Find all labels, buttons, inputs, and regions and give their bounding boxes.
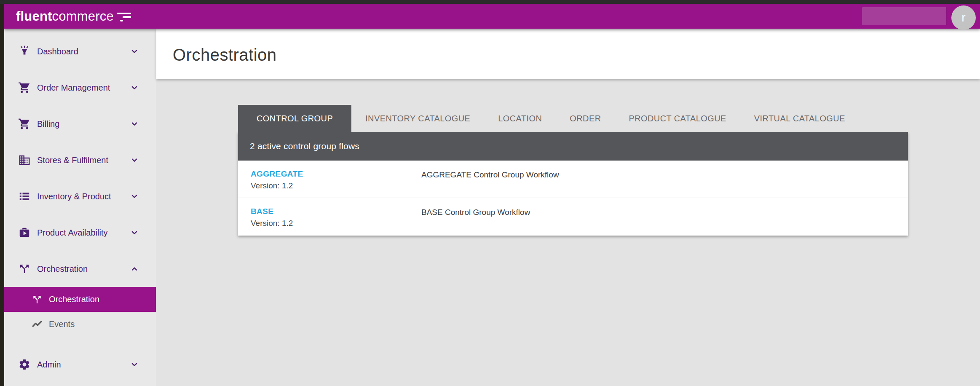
chevron-down-icon: [130, 155, 139, 165]
sidebar-item-label: Billing: [37, 119, 130, 129]
sidebar-item-orchestration[interactable]: Orchestration: [4, 251, 156, 287]
sidebar-item-dashboard[interactable]: Dashboard: [4, 33, 156, 70]
control-group-panel: 2 active control group flows AGGREGATE V…: [238, 132, 908, 236]
tab-order[interactable]: ORDER: [556, 105, 615, 132]
tab-control-group[interactable]: CONTROL GROUP: [238, 105, 351, 132]
sidebar-item-inventory-product[interactable]: Inventory & Product: [4, 178, 156, 214]
desktop-top-edge: [0, 0, 980, 4]
sidebar-item-label: Admin: [37, 360, 130, 370]
chevron-down-icon: [130, 83, 139, 92]
chevron-down-icon: [130, 360, 139, 369]
chevron-down-icon: [130, 47, 139, 56]
top-navbar: fluentcommerce r: [4, 4, 980, 29]
flow-row: AGGREGATE Version: 1.2 AGGREGATE Control…: [238, 161, 908, 198]
sidebar-item-product-availability[interactable]: Product Availability: [4, 214, 156, 251]
brand-mark-icon: [117, 12, 133, 22]
chevron-up-icon: [130, 264, 139, 273]
sidebar-item-label: Inventory & Product: [37, 192, 130, 201]
building-icon: [18, 154, 31, 166]
pulse-icon: [32, 319, 43, 330]
split-arrows-icon: [32, 294, 43, 305]
sidebar-subitem-label: Orchestration: [49, 295, 99, 304]
tab-bar: CONTROL GROUP INVENTORY CATALOGUE LOCATI…: [238, 79, 980, 132]
sidebar-item-label: Product Availability: [37, 228, 130, 238]
shopping-cart-icon: [18, 81, 31, 94]
flow-link-aggregate[interactable]: AGGREGATE: [251, 169, 303, 179]
app-screen: fluentcommerce r Dashboard: [0, 0, 980, 386]
tab-product-catalogue[interactable]: PRODUCT CATALOGUE: [615, 105, 740, 132]
split-arrows-icon: [18, 263, 31, 275]
sidebar-nav: Dashboard Order Management Billing: [4, 29, 156, 386]
chevron-down-icon: [130, 119, 139, 129]
page-title: Orchestration: [173, 43, 277, 64]
brand-text-bold: fluent: [16, 10, 52, 23]
briefcase-play-icon: [18, 226, 31, 239]
page-header: Orchestration: [156, 29, 980, 79]
flow-name: BASE Control Group Workflow: [421, 208, 530, 217]
chevron-down-icon: [130, 192, 139, 201]
list-icon: [18, 190, 31, 203]
fluentcommerce-logo[interactable]: fluentcommerce: [16, 10, 133, 23]
shopping-cart-icon: [18, 118, 31, 130]
gear-icon: [18, 358, 31, 371]
sidebar-item-stores-fulfilment[interactable]: Stores & Fulfilment: [4, 142, 156, 178]
sidebar-item-admin[interactable]: Admin: [4, 346, 156, 383]
tab-inventory-catalogue[interactable]: INVENTORY CATALOGUE: [351, 105, 484, 132]
flow-version: Version: 1.2: [251, 181, 293, 190]
retailer-select[interactable]: [862, 7, 947, 25]
flow-link-base[interactable]: BASE: [251, 207, 273, 216]
sidebar-item-label: Order Management: [37, 83, 130, 93]
content-area: CONTROL GROUP INVENTORY CATALOGUE LOCATI…: [156, 79, 980, 386]
flow-row: BASE Version: 1.2 BASE Control Group Wor…: [238, 198, 908, 236]
flow-name: AGGREGATE Control Group Workflow: [421, 170, 559, 180]
chevron-down-icon: [130, 228, 139, 237]
sidebar-item-label: Stores & Fulfilment: [37, 155, 130, 165]
sidebar-item-label: Orchestration: [37, 264, 130, 274]
sidebar-item-label: Dashboard: [37, 47, 130, 56]
user-avatar[interactable]: r: [951, 5, 976, 30]
main-area: Orchestration CONTROL GROUP INVENTORY CA…: [156, 29, 980, 386]
tab-virtual-catalogue[interactable]: VIRTUAL CATALOGUE: [740, 105, 859, 132]
flow-version: Version: 1.2: [251, 219, 293, 228]
sidebar-subitem-events[interactable]: Events: [4, 312, 156, 337]
sidebar-item-billing[interactable]: Billing: [4, 106, 156, 142]
desktop-left-edge: [0, 4, 4, 386]
panel-header: 2 active control group flows: [238, 132, 908, 161]
tab-location[interactable]: LOCATION: [484, 105, 556, 132]
sidebar-item-order-management[interactable]: Order Management: [4, 70, 156, 106]
brand-text-light: commerce: [52, 10, 114, 23]
dashboard-icon: [18, 45, 31, 58]
sidebar-subitem-label: Events: [49, 319, 75, 329]
sidebar-subitem-orchestration[interactable]: Orchestration: [4, 287, 156, 312]
